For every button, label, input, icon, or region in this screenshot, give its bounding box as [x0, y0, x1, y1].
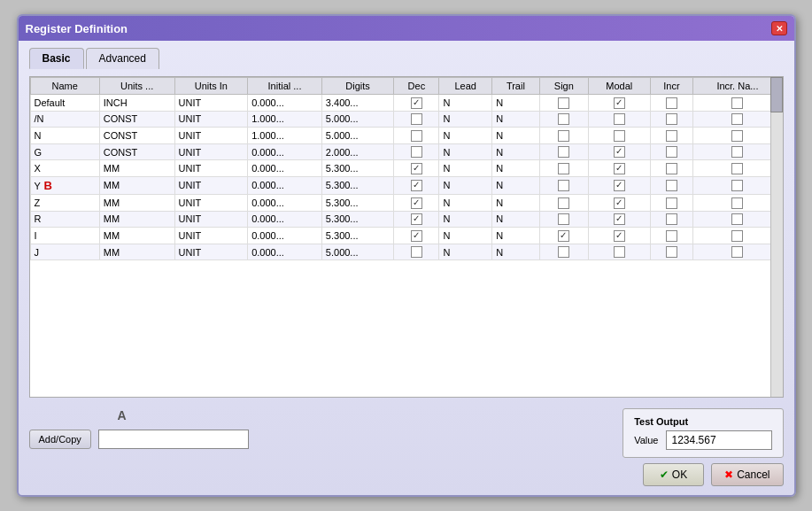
checkbox[interactable]	[731, 97, 743, 109]
cell-name: Z	[30, 194, 99, 211]
table-row[interactable]: IMMUNIT0.000...5.300...NN	[30, 228, 782, 244]
cell: 1.000...	[248, 111, 322, 128]
checkbox[interactable]	[666, 113, 677, 125]
checkbox[interactable]	[411, 163, 422, 174]
checkbox[interactable]	[731, 113, 743, 125]
checkbox[interactable]	[731, 180, 743, 191]
checkbox[interactable]	[558, 246, 569, 258]
checkbox[interactable]	[411, 246, 422, 258]
checkbox[interactable]	[614, 213, 625, 225]
checkbox[interactable]	[614, 163, 625, 174]
cell: N	[492, 194, 540, 211]
cell-name: N	[30, 128, 99, 144]
checkbox[interactable]	[666, 213, 677, 225]
checkbox[interactable]	[614, 197, 625, 209]
test-value-input[interactable]	[666, 430, 772, 450]
checkbox[interactable]	[666, 180, 677, 191]
checkbox[interactable]	[411, 97, 422, 109]
checkbox[interactable]	[411, 113, 422, 125]
table-row[interactable]: JMMUNIT0.000...5.000...NN	[30, 244, 782, 260]
cell: 0.000...	[248, 160, 322, 177]
cell: 0.000...	[248, 244, 322, 260]
checkbox[interactable]	[558, 130, 569, 142]
checkbox[interactable]	[411, 146, 422, 158]
cell: 5.000...	[321, 244, 394, 260]
checkbox[interactable]	[731, 130, 743, 142]
checkbox[interactable]	[731, 246, 743, 258]
table-row[interactable]: Y BMMUNIT0.000...5.300...NN	[30, 176, 782, 194]
table-row[interactable]: /NCONSTUNIT1.000...5.000...NN	[30, 111, 782, 128]
col-dec: Dec	[394, 78, 439, 95]
checkbox[interactable]	[558, 163, 569, 174]
cell: 5.300...	[321, 211, 394, 228]
checkbox[interactable]	[558, 213, 569, 225]
checkbox[interactable]	[614, 230, 625, 242]
checkbox[interactable]	[411, 230, 422, 242]
cell: MM	[99, 176, 174, 194]
checkbox[interactable]	[731, 197, 743, 209]
add-copy-button[interactable]: Add/Copy	[29, 430, 91, 449]
checkbox[interactable]	[666, 230, 677, 242]
cancel-button[interactable]: ✖ Cancel	[711, 463, 783, 486]
col-incr-na: Incr. Na...	[693, 78, 782, 95]
checkbox[interactable]	[666, 246, 677, 258]
footer-buttons: ✔ OK ✖ Cancel	[29, 458, 784, 488]
value-label: Value	[634, 435, 658, 445]
col-sign: Sign	[539, 78, 588, 95]
checkbox[interactable]	[558, 113, 569, 125]
checkbox[interactable]	[666, 97, 677, 109]
cell: INCH	[99, 95, 174, 112]
table-row[interactable]: DefaultINCHUNIT0.000...3.400...NN	[30, 95, 782, 112]
checkbox[interactable]	[666, 163, 677, 174]
checkbox[interactable]	[411, 197, 422, 209]
cell: N	[492, 111, 540, 128]
checkbox[interactable]	[614, 146, 625, 158]
close-button[interactable]: ✕	[771, 21, 787, 35]
col-units-in: Units In	[174, 78, 248, 95]
cell: N	[492, 176, 540, 194]
checkbox[interactable]	[558, 97, 569, 109]
cell: UNIT	[174, 111, 248, 128]
checkbox[interactable]	[411, 130, 422, 142]
checkbox[interactable]	[731, 213, 743, 225]
checkbox[interactable]	[614, 97, 625, 109]
checkbox[interactable]	[614, 113, 625, 125]
checkbox[interactable]	[411, 213, 422, 225]
table-row[interactable]: NCONSTUNIT1.000...5.000...NN	[30, 128, 782, 144]
table-wrapper[interactable]: Name Units ... Units In Initial ... Digi…	[30, 77, 783, 397]
cell-name: I	[30, 228, 99, 244]
checkbox[interactable]	[558, 146, 569, 158]
checkbox[interactable]	[731, 163, 743, 174]
checkbox[interactable]	[731, 146, 743, 158]
checkbox[interactable]	[731, 230, 743, 242]
checkbox[interactable]	[666, 197, 677, 209]
checkbox[interactable]	[558, 230, 569, 242]
cell: MM	[99, 228, 174, 244]
table-row[interactable]: ZMMUNIT0.000...5.300...NN	[30, 194, 782, 211]
cell: CONST	[99, 128, 174, 144]
ok-icon: ✔	[660, 468, 669, 481]
scrollbar[interactable]	[770, 77, 783, 397]
add-copy-row: Add/Copy	[29, 430, 249, 449]
ok-button[interactable]: ✔ OK	[643, 463, 704, 486]
checkbox[interactable]	[666, 146, 677, 158]
checkbox[interactable]	[411, 180, 422, 191]
name-input[interactable]	[98, 430, 249, 449]
scrollbar-thumb[interactable]	[770, 77, 783, 112]
checkbox[interactable]	[614, 180, 625, 191]
table-row[interactable]: XMMUNIT0.000...5.300...NN	[30, 160, 782, 177]
cell: UNIT	[174, 128, 248, 144]
col-trail: Trail	[492, 78, 540, 95]
table-row[interactable]: GCONSTUNIT0.000...2.000...NN	[30, 143, 782, 160]
cell-name: G	[30, 143, 99, 160]
cell: N	[492, 244, 540, 260]
checkbox[interactable]	[614, 246, 625, 258]
checkbox[interactable]	[558, 180, 569, 191]
table-row[interactable]: RMMUNIT0.000...5.300...NN	[30, 211, 782, 228]
tab-advanced[interactable]: Advanced	[86, 48, 159, 69]
checkbox[interactable]	[666, 130, 677, 142]
cell: MM	[99, 211, 174, 228]
checkbox[interactable]	[558, 197, 569, 209]
tab-basic[interactable]: Basic	[29, 48, 84, 69]
checkbox[interactable]	[614, 130, 625, 142]
